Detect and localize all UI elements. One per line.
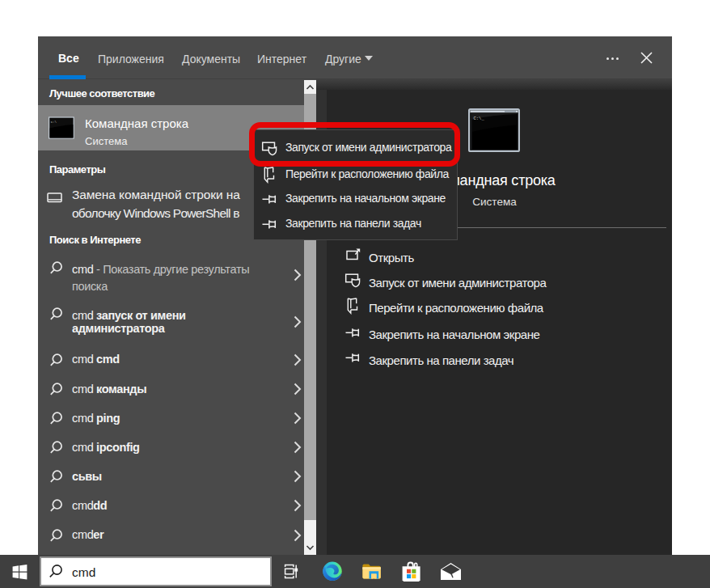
svg-text:C:\_: C:\_	[474, 116, 485, 121]
svg-text:C:\: C:\	[50, 121, 57, 124]
